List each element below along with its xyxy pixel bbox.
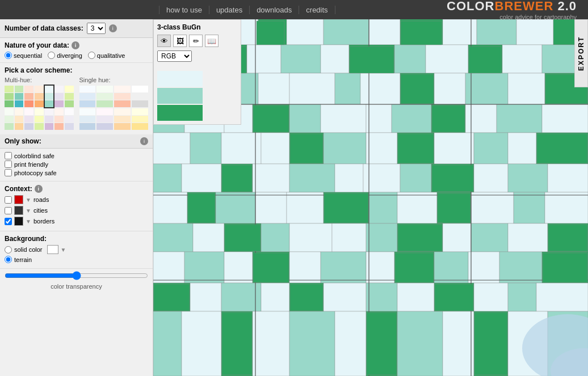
swatch-cell — [114, 86, 131, 92]
export-button[interactable]: EXPORT — [574, 19, 588, 87]
scheme-colors — [157, 71, 237, 121]
swatch-cell — [15, 86, 24, 92]
nature-sequential-label[interactable]: sequential — [5, 52, 42, 59]
single-hue-swatch-7[interactable] — [132, 108, 148, 130]
nav-credits[interactable]: credits — [299, 6, 335, 14]
nature-diverging-radio[interactable] — [48, 52, 55, 59]
swatch-cell — [65, 93, 74, 100]
roads-color-box[interactable] — [14, 195, 23, 204]
svg-rect-73 — [548, 164, 588, 192]
multi-hue-swatch-9[interactable] — [24, 108, 33, 130]
scheme-icons: 👁 🖼 ✏ 📖 — [157, 35, 237, 47]
swatch-cell — [114, 123, 131, 130]
svg-rect-104 — [366, 252, 394, 283]
swatch-cell — [24, 86, 33, 92]
svg-rect-168 — [367, 312, 397, 375]
svg-rect-49 — [542, 104, 588, 133]
multi-hue-swatch-13[interactable] — [65, 108, 74, 130]
solid-color-box[interactable] — [47, 245, 58, 254]
nav-links: how to use updates downloads credits — [159, 6, 335, 14]
swatch-cell — [96, 86, 113, 92]
multi-hue-swatch-2[interactable] — [24, 86, 33, 107]
single-hue-swatch-4[interactable] — [79, 108, 96, 130]
print-label: print friendly — [14, 161, 48, 168]
photocopy-row: photocopy safe — [5, 169, 148, 176]
nature-title: Nature of your data: i — [5, 41, 148, 49]
nature-diverging-label[interactable]: diverging — [48, 52, 82, 59]
only-show-section: colorblind safe print friendly photocopy… — [0, 149, 153, 181]
swatch-cell — [35, 116, 44, 122]
svg-rect-127 — [335, 311, 366, 376]
swatch-cell — [45, 100, 54, 107]
single-hue-grid[interactable] — [79, 86, 149, 130]
svg-rect-47 — [465, 104, 497, 133]
rgb-select[interactable]: RGB HEX CMYK HSL — [157, 50, 192, 62]
svg-rect-152 — [537, 134, 587, 163]
swatch-cell — [5, 123, 14, 130]
data-classes-info-icon[interactable]: i — [109, 24, 117, 32]
nature-sequential-radio[interactable] — [5, 52, 12, 59]
terrain-radio[interactable] — [5, 256, 12, 263]
single-hue-swatch-5[interactable] — [96, 108, 113, 130]
multi-hue-swatch-3[interactable] — [35, 86, 44, 107]
swatch-cell — [132, 86, 148, 92]
svg-rect-150 — [290, 134, 323, 163]
svg-rect-65 — [253, 164, 289, 192]
edit-icon-btn[interactable]: ✏ — [189, 35, 203, 47]
book-icon-btn[interactable]: 📖 — [205, 35, 219, 47]
swatch-cell — [35, 93, 44, 100]
nav-downloads[interactable]: downloads — [250, 6, 299, 14]
transparency-slider[interactable] — [5, 271, 148, 280]
print-checkbox[interactable] — [5, 160, 12, 168]
multi-hue-swatch-5[interactable] — [54, 86, 64, 107]
cities-checkbox[interactable] — [5, 207, 12, 214]
only-show-info-icon[interactable]: i — [140, 137, 148, 145]
svg-rect-160 — [548, 225, 587, 251]
borders-color-box[interactable] — [14, 217, 23, 226]
colorblind-row: colorblind safe — [5, 152, 148, 159]
swatch-cell — [132, 100, 148, 107]
svg-rect-100 — [224, 252, 253, 283]
image-icon-btn[interactable]: 🖼 — [173, 35, 187, 47]
multi-hue-swatch-1[interactable] — [15, 86, 24, 107]
nature-qualitative-radio[interactable] — [88, 52, 95, 59]
svg-rect-157 — [438, 193, 471, 223]
roads-checkbox[interactable] — [5, 196, 12, 204]
swatch-cell — [45, 108, 54, 115]
single-hue-swatch-1[interactable] — [96, 86, 113, 107]
svg-rect-56 — [366, 133, 397, 164]
view-icon-btn[interactable]: 👁 — [157, 35, 171, 47]
photocopy-checkbox[interactable] — [5, 169, 12, 176]
single-hue-swatch-6[interactable] — [114, 108, 131, 130]
nav-how-to-use[interactable]: how to use — [159, 6, 209, 14]
svg-rect-121 — [536, 283, 588, 311]
multi-hue-swatch-10[interactable] — [35, 108, 44, 130]
solid-color-radio[interactable] — [5, 246, 12, 254]
multi-hue-grid[interactable] — [5, 86, 74, 130]
svg-rect-146 — [401, 74, 434, 104]
single-hue-swatch-0[interactable] — [79, 86, 96, 107]
colorblind-checkbox[interactable] — [5, 152, 12, 159]
swatch-cell — [114, 108, 131, 115]
multi-hue-swatch-4[interactable] — [45, 86, 54, 107]
svg-rect-99 — [184, 252, 224, 283]
single-hue-swatch-3[interactable] — [132, 86, 148, 107]
swatch-cell — [79, 116, 96, 122]
nature-info-icon[interactable]: i — [72, 41, 79, 49]
svg-rect-107 — [468, 252, 499, 283]
multi-hue-swatch-6[interactable] — [65, 86, 74, 107]
nav-updates[interactable]: updates — [209, 6, 250, 14]
nature-qualitative-label[interactable]: qualitative — [88, 52, 125, 59]
cities-color-box[interactable] — [14, 206, 23, 215]
multi-hue-swatch-7[interactable] — [5, 108, 14, 130]
svg-rect-148 — [253, 105, 289, 132]
multi-hue-swatch-11[interactable] — [45, 108, 54, 130]
multi-hue-swatch-12[interactable] — [54, 108, 64, 130]
single-hue-swatch-2[interactable] — [114, 86, 131, 107]
multi-hue-swatch-8[interactable] — [15, 108, 24, 130]
context-info-icon[interactable]: i — [35, 185, 43, 193]
borders-checkbox[interactable] — [5, 218, 12, 225]
data-classes-select[interactable]: 345 6789 — [87, 23, 106, 34]
multi-hue-swatch-0[interactable] — [5, 86, 14, 107]
svg-rect-141 — [401, 21, 442, 45]
